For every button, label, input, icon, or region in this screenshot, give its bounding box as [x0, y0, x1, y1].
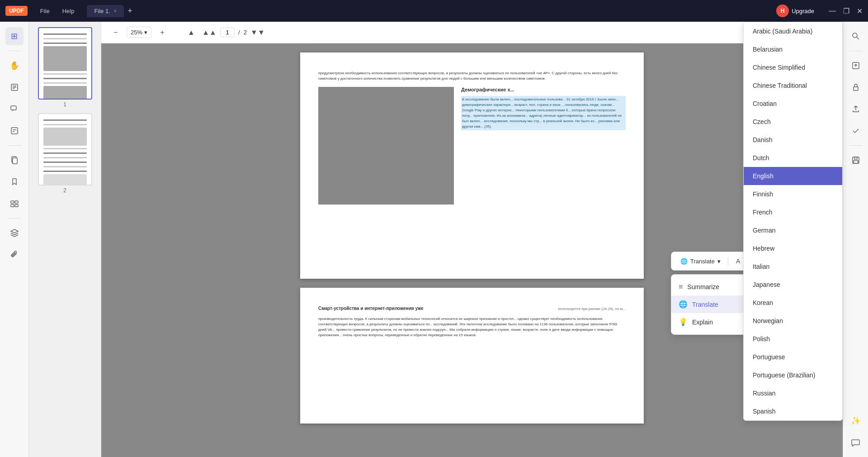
- thumbnail-page-1[interactable]: 1: [38, 27, 92, 108]
- translate-toolbar-icon: 🌐: [680, 258, 688, 265]
- lang-item-spanish[interactable]: Spanish: [744, 402, 842, 420]
- lang-item-russian[interactable]: Russian: [744, 384, 842, 402]
- svg-rect-11: [15, 201, 18, 203]
- thumbnail-page-num-2: 2: [63, 187, 66, 194]
- lang-item-italian[interactable]: Italian: [744, 257, 842, 276]
- pdf-viewer: − 25% ▾ + ▲ ▲▲ / 2 ▼▼ предусмотрена необ…: [101, 22, 843, 457]
- lang-item-czech[interactable]: Czech: [744, 113, 842, 131]
- upgrade-label: Upgrade: [792, 8, 814, 14]
- attachment-icon[interactable]: [5, 246, 24, 264]
- pdf-page1-heading: Демографические х...: [461, 87, 626, 92]
- share-icon[interactable]: [847, 100, 865, 118]
- pdf-page1-intro: предусмотрена необходимость использовани…: [318, 71, 626, 81]
- tab-label: File 1.: [94, 8, 110, 14]
- upgrade-button[interactable]: H Upgrade: [776, 5, 814, 17]
- svg-rect-23: [854, 161, 858, 163]
- summarize-icon: ≡: [679, 283, 683, 291]
- organize-icon[interactable]: [5, 195, 24, 213]
- maximize-button[interactable]: ❐: [843, 7, 849, 15]
- thumbnail-page-num-1: 1: [63, 101, 66, 108]
- thumbnail-view-icon[interactable]: ⊞: [5, 27, 24, 45]
- lang-item-german[interactable]: German: [744, 221, 842, 239]
- page-separator: /: [238, 29, 240, 36]
- lang-item-chinese-simplified[interactable]: Chinese Simplified: [744, 58, 842, 76]
- right-sidebar-divider-1: [849, 51, 863, 51]
- annotation-icon[interactable]: [5, 78, 24, 96]
- lang-item-english[interactable]: English: [744, 167, 842, 185]
- menu-bar: File Help: [35, 6, 80, 16]
- svg-rect-12: [11, 205, 14, 207]
- translate-icon: 🌐: [679, 300, 688, 309]
- form-icon[interactable]: [5, 122, 24, 140]
- menu-help[interactable]: Help: [57, 6, 80, 16]
- close-button[interactable]: ✕: [857, 7, 863, 15]
- zoom-out-button[interactable]: −: [108, 25, 123, 40]
- lang-item-danish[interactable]: Danish: [744, 131, 842, 149]
- lang-item-japanese[interactable]: Japanese: [744, 276, 842, 294]
- translate-toolbar-arrow: ▾: [717, 258, 721, 265]
- sidebar-divider-3: [8, 218, 21, 219]
- chat-icon[interactable]: [847, 433, 865, 452]
- save-icon[interactable]: [847, 151, 865, 169]
- zoom-in-button[interactable]: +: [155, 25, 170, 40]
- zoom-display[interactable]: 25% ▾: [127, 27, 151, 38]
- svg-rect-13: [15, 205, 18, 207]
- right-sidebar: ✨: [843, 22, 868, 457]
- lang-item-finnish[interactable]: Finnish: [744, 185, 842, 203]
- menu-file[interactable]: File: [35, 6, 55, 16]
- language-dropdown: Arabic (Saudi Arabia)BelarusianChinese S…: [743, 22, 843, 421]
- lang-item-korean[interactable]: Korean: [744, 294, 842, 312]
- svg-rect-4: [11, 106, 16, 110]
- lang-item-arabic-saudi[interactable]: Arabic (Saudi Arabia): [744, 22, 842, 40]
- svg-rect-19: [854, 87, 858, 90]
- thumbnail-page-2[interactable]: 2: [38, 113, 92, 194]
- text-format-icon[interactable]: A: [732, 255, 745, 267]
- search-icon[interactable]: [847, 27, 865, 45]
- minimize-button[interactable]: —: [829, 7, 836, 15]
- lang-item-croatian[interactable]: Croatian: [744, 95, 842, 113]
- thumbnail-img-1: [38, 27, 92, 100]
- app-logo[interactable]: UPDF: [5, 6, 28, 16]
- nav-bottom-button[interactable]: ▼▼: [250, 25, 265, 40]
- tab-add-btn[interactable]: +: [124, 6, 136, 16]
- thumbnail-panel: 1 2: [29, 22, 101, 457]
- ai-icon[interactable]: ✨: [847, 412, 865, 430]
- nav-up-button[interactable]: ▲: [184, 25, 198, 40]
- main-layout: ⊞ ✋: [0, 22, 868, 457]
- lang-item-belarusian[interactable]: Belarusian: [744, 40, 842, 58]
- svg-point-15: [853, 33, 857, 38]
- translate-toolbar-btn[interactable]: 🌐 Translate ▾: [677, 256, 724, 267]
- pdf-page-2: Смарт-устройства и интернет-приложения у…: [300, 288, 644, 424]
- zoom-value: 25%: [131, 29, 142, 36]
- bookmark-icon[interactable]: [5, 173, 24, 191]
- lang-item-norwegian[interactable]: Norwegian: [744, 312, 842, 330]
- page-input[interactable]: [220, 28, 235, 37]
- float-toolbar-divider-1: [728, 257, 728, 266]
- lang-item-chinese-traditional[interactable]: Chinese Traditional: [744, 76, 842, 95]
- pdf-page1-image: [318, 87, 454, 205]
- pdf-content: предусмотрена необходимость использовани…: [101, 43, 843, 457]
- lang-item-portuguese-brazilian[interactable]: Portuguese (Brazilian): [744, 366, 842, 384]
- pages-icon[interactable]: [5, 151, 24, 169]
- comment-icon[interactable]: [5, 100, 24, 118]
- export-icon[interactable]: [847, 57, 865, 75]
- titlebar: UPDF File Help File 1. × + H Upgrade — ❐…: [0, 0, 868, 22]
- svg-marker-14: [11, 229, 18, 233]
- tab-file1[interactable]: File 1. ×: [87, 5, 124, 17]
- lang-item-hebrew[interactable]: Hebrew: [744, 239, 842, 257]
- lang-item-portuguese[interactable]: Portuguese: [744, 348, 842, 366]
- lang-item-french[interactable]: French: [744, 203, 842, 221]
- titlebar-controls: H Upgrade — ❐ ✕: [776, 5, 863, 17]
- layers-icon[interactable]: [5, 224, 24, 242]
- nav-top-button[interactable]: ▲▲: [202, 25, 217, 40]
- lock-icon[interactable]: [847, 78, 865, 96]
- lang-item-polish[interactable]: Polish: [744, 330, 842, 348]
- context-explain-label: Explain: [692, 319, 713, 326]
- right-sidebar-divider-2: [849, 145, 863, 146]
- lang-item-dutch[interactable]: Dutch: [744, 149, 842, 167]
- check-icon[interactable]: [847, 122, 865, 140]
- sidebar-divider-1: [8, 51, 21, 51]
- hand-tool-icon[interactable]: ✋: [5, 57, 24, 75]
- tab-close-btn[interactable]: ×: [114, 8, 117, 14]
- pdf-page2-text: производительность труда. К сильным стор…: [318, 316, 626, 338]
